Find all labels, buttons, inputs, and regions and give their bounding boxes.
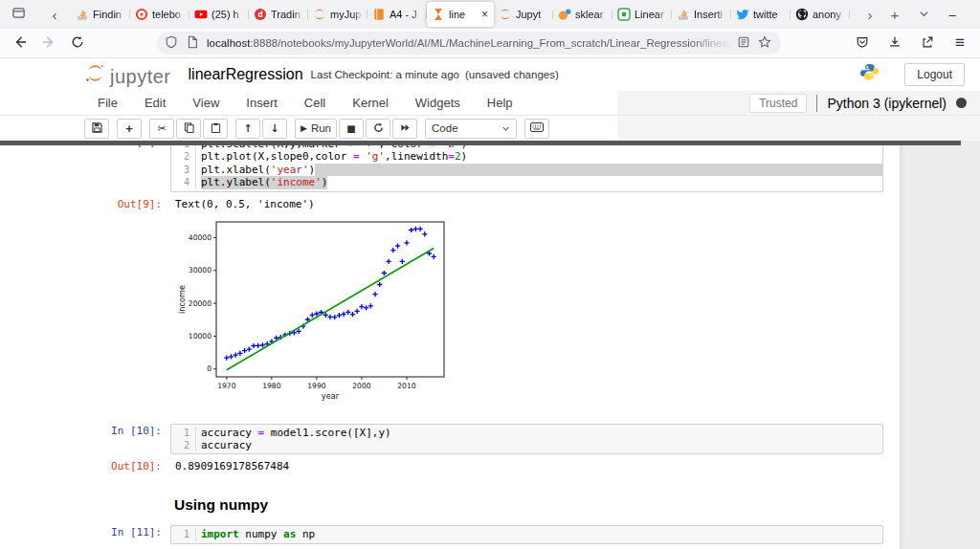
chevron-left-icon: ‹ — [53, 7, 57, 23]
list-all-tabs-button[interactable] — [911, 2, 936, 27]
svg-text:1970: 1970 — [217, 382, 235, 390]
url-bar[interactable]: localhost:8888/notebooks/myJupyterWorld/… — [157, 32, 781, 55]
browser-tab[interactable]: myJup — [308, 2, 368, 27]
code-input-area[interactable]: 1import numpy as np — [170, 525, 883, 543]
reload-icon — [71, 35, 84, 52]
code-text[interactable]: accuracy = model1.score([X],y)accuracy — [196, 427, 882, 452]
browser-nav-bar: localhost:8888/notebooks/myJupyterWorld/… — [0, 29, 980, 58]
notebook-title[interactable]: linearRegression — [189, 66, 303, 83]
menu-kernel[interactable]: Kernel — [339, 96, 402, 110]
paste-cell-button[interactable] — [203, 119, 228, 139]
tab-label: Linear — [635, 9, 667, 20]
svg-text:40000: 40000 — [189, 233, 212, 242]
reload-button[interactable] — [65, 32, 90, 55]
command-palette-button[interactable] — [524, 119, 549, 139]
code-text[interactable]: import numpy as np — [196, 528, 882, 540]
code-cell[interactable]: In [11]:1import numpy as np — [0, 525, 900, 543]
output-prompt: Out[9]: — [0, 197, 170, 211]
browser-window: ‹ Findintelebo(25) hdTradinmyJupA4 - Jli… — [0, 0, 980, 549]
output-prompt: Out[10]: — [0, 459, 170, 473]
downloads-button[interactable] — [882, 32, 907, 55]
share-button[interactable] — [915, 32, 940, 55]
menu-widgets[interactable]: Widgets — [402, 96, 474, 110]
menu-help[interactable]: Help — [474, 96, 526, 110]
nav-right-icons: ≡ — [850, 32, 972, 55]
tab-label: Inserti — [694, 9, 726, 20]
new-tab-button[interactable]: + — [882, 2, 907, 27]
code-input-area[interactable]: 1234plt.scatter(X,y,marker = '+', color … — [170, 141, 883, 192]
copy-cell-button[interactable] — [176, 119, 201, 139]
checkpoint-status: Last Checkpoint: a minute ago — [311, 69, 459, 80]
firefox-view-button[interactable] — [6, 2, 31, 27]
jupyter-logo[interactable]: jupyter — [84, 62, 171, 88]
browser-tab[interactable]: sklear — [553, 2, 612, 27]
tradingview-favicon-icon: d — [254, 8, 267, 21]
code-cell[interactable]: In [10]:12accuracy = model1.score([X],y)… — [0, 424, 900, 455]
browser-tab[interactable]: Linear — [612, 2, 672, 27]
jupyter-header: jupyter linearRegression Last Checkpoint… — [0, 58, 980, 91]
menu-file[interactable]: File — [84, 96, 131, 110]
restart-run-all-button[interactable] — [392, 119, 417, 139]
pocket-button[interactable] — [850, 32, 875, 55]
cut-cell-button[interactable]: ✂ — [149, 119, 174, 139]
browser-tab[interactable]: telebo — [130, 2, 189, 27]
tab-label: anony — [813, 9, 845, 20]
cell-type-dropdown[interactable]: Code — [425, 119, 517, 139]
kernel-separator — [816, 95, 817, 112]
browser-tab[interactable]: Inserti — [672, 2, 731, 27]
kernel-busy-indicator — [956, 98, 967, 108]
code-cell[interactable]: In [9]:1234plt.scatter(X,y,marker = '+',… — [0, 141, 900, 192]
hourglass-orange-favicon-icon — [432, 8, 445, 21]
url-path: :8888/notebooks/myJupyterWorld/AI/ML/Mac… — [250, 37, 731, 49]
browser-tab-active[interactable]: line× — [427, 2, 494, 27]
app-menu-button[interactable]: ≡ — [947, 32, 972, 55]
browser-tab[interactable]: (25) h — [189, 2, 249, 27]
interrupt-kernel-button[interactable]: ■ — [339, 119, 364, 139]
code-input-area[interactable]: 12accuracy = model1.score([X],y)accuracy — [170, 424, 883, 455]
tab-close-icon[interactable]: × — [480, 8, 489, 21]
book-orange-favicon-icon — [372, 8, 386, 21]
move-cell-up-button[interactable]: ↑ — [235, 119, 260, 139]
page-info-icon[interactable] — [186, 35, 201, 51]
input-prompt: In [11]: — [0, 525, 170, 543]
menu-edit[interactable]: Edit — [131, 96, 179, 110]
menu-view[interactable]: View — [179, 96, 233, 110]
browser-tab[interactable]: dTradin — [249, 2, 308, 27]
browser-tab[interactable]: twitte — [731, 2, 791, 27]
code-text[interactable]: plt.scatter(X,y,marker = '+', color = 'b… — [196, 141, 882, 189]
browser-tab[interactable]: A4 - J — [368, 2, 427, 27]
browser-tab[interactable]: anony — [791, 2, 850, 27]
forward-button[interactable] — [36, 32, 61, 55]
logout-button[interactable]: Logout — [904, 63, 965, 86]
move-cell-down-button[interactable]: ↓ — [262, 119, 287, 139]
scroll-tabs-left-button[interactable]: ‹ — [42, 2, 67, 27]
menu-cell[interactable]: Cell — [291, 96, 339, 110]
keyboard-icon — [530, 122, 544, 134]
stackoverflow-favicon-icon — [677, 8, 690, 21]
copy-icon — [184, 122, 194, 135]
menu-insert[interactable]: Insert — [233, 96, 291, 110]
restart-kernel-button[interactable] — [366, 119, 390, 139]
browser-tab[interactable]: Jupyt — [494, 2, 553, 27]
save-button[interactable] — [84, 119, 109, 139]
shield-icon[interactable] — [165, 35, 180, 51]
pocket-icon — [856, 35, 869, 52]
line-number-gutter: 1 — [171, 528, 196, 540]
svg-text:income: income — [177, 285, 187, 314]
forward-icon — [42, 35, 56, 52]
bookmark-star-icon[interactable] — [758, 35, 773, 51]
svg-text:20000: 20000 — [189, 298, 212, 307]
minimize-button[interactable]: – — [936, 0, 969, 29]
add-cell-button[interactable]: + — [117, 119, 142, 139]
save-icon — [92, 122, 102, 135]
maximize-button[interactable] — [969, 0, 980, 29]
reader-mode-icon[interactable] — [737, 35, 752, 51]
run-button[interactable]: ▶ Run — [295, 119, 337, 139]
back-button[interactable] — [8, 32, 33, 55]
arrow-up-icon: ↑ — [243, 122, 252, 135]
svg-text:2000: 2000 — [352, 382, 370, 390]
youtube-favicon-icon — [194, 8, 208, 21]
browser-tab[interactable]: Findin — [71, 2, 130, 27]
scroll-tabs-right-button[interactable]: › — [858, 2, 882, 27]
arrow-down-icon: ↓ — [270, 122, 278, 135]
